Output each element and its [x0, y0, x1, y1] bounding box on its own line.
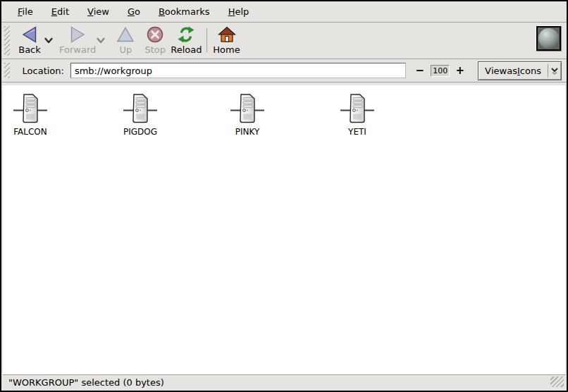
home-button[interactable]: Home: [213, 23, 241, 56]
reload-button[interactable]: Reload: [171, 23, 202, 56]
menu-file[interactable]: File: [8, 2, 42, 21]
file-manager-window: File Edit View Go Bookmarks Help Back Fo…: [0, 0, 568, 392]
zoom-out-button[interactable]: −: [412, 65, 427, 76]
view-as-label: View as Icons: [479, 62, 548, 80]
server-item-falcon[interactable]: FALCON: [4, 92, 57, 137]
stop-icon: [146, 25, 164, 44]
server-icon: [122, 92, 159, 125]
toolbar-grip-handle[interactable]: [4, 26, 10, 56]
up-button[interactable]: Up: [111, 23, 140, 56]
back-label: Back: [18, 44, 41, 56]
zoom-level-indicator: 100: [431, 65, 450, 77]
stop-label: Stop: [145, 44, 166, 56]
locationbar-grip-handle[interactable]: [4, 63, 10, 78]
reload-icon: [177, 25, 195, 44]
server-label: FALCON: [13, 127, 47, 137]
server-item-pinky[interactable]: PINKY: [221, 92, 274, 137]
forward-arrow-icon: [68, 25, 87, 44]
chevron-down-icon: [44, 37, 53, 44]
server-item-pigdog[interactable]: PIGDOG: [113, 92, 167, 137]
icon-view[interactable]: FALCON PIGDOG PINKY YETI: [3, 85, 565, 374]
sphere-icon: [538, 28, 559, 49]
server-item-yeti[interactable]: YETI: [331, 92, 384, 137]
forward-button[interactable]: Forward: [59, 23, 96, 56]
status-bar: "WORKGROUP" selected (0 bytes): [3, 374, 565, 389]
back-button[interactable]: Back: [16, 23, 44, 56]
location-input[interactable]: [70, 63, 407, 78]
toolbar: Back Forward Up: [1, 23, 567, 59]
stop-button[interactable]: Stop: [141, 23, 169, 56]
back-history-dropdown[interactable]: [44, 37, 54, 44]
server-icon: [12, 92, 49, 125]
location-label: Location:: [23, 66, 64, 76]
home-icon: [218, 25, 236, 44]
resize-grip[interactable]: [550, 376, 564, 387]
throbber-icon: [536, 25, 562, 51]
server-label: PINKY: [235, 127, 260, 137]
location-bar: Location: − 100 + View as Icons: [1, 59, 567, 82]
up-label: Up: [119, 44, 132, 56]
menu-edit[interactable]: Edit: [42, 2, 78, 21]
menubar: File Edit View Go Bookmarks Help: [1, 1, 567, 23]
reload-label: Reload: [171, 44, 202, 56]
menu-view[interactable]: View: [78, 2, 118, 21]
server-icon: [339, 92, 376, 125]
toolbar-separator: [206, 28, 207, 52]
home-label: Home: [213, 44, 240, 56]
forward-history-dropdown[interactable]: [96, 37, 106, 44]
zoom-in-button[interactable]: +: [452, 65, 467, 76]
up-arrow-icon: [116, 25, 135, 44]
back-arrow-icon: [20, 25, 39, 44]
chevron-down-icon: [97, 37, 105, 44]
menu-go[interactable]: Go: [118, 2, 149, 21]
server-label: PIGDOG: [123, 127, 157, 137]
forward-label: Forward: [59, 44, 96, 56]
menu-help[interactable]: Help: [219, 2, 259, 21]
server-icon: [229, 92, 266, 125]
status-text: "WORKGROUP" selected (0 bytes): [8, 377, 164, 388]
view-as-selector[interactable]: View as Icons: [478, 61, 562, 80]
server-label: YETI: [348, 127, 366, 137]
dropdown-arrows-icon: [548, 62, 561, 80]
menu-bookmarks[interactable]: Bookmarks: [149, 2, 219, 21]
